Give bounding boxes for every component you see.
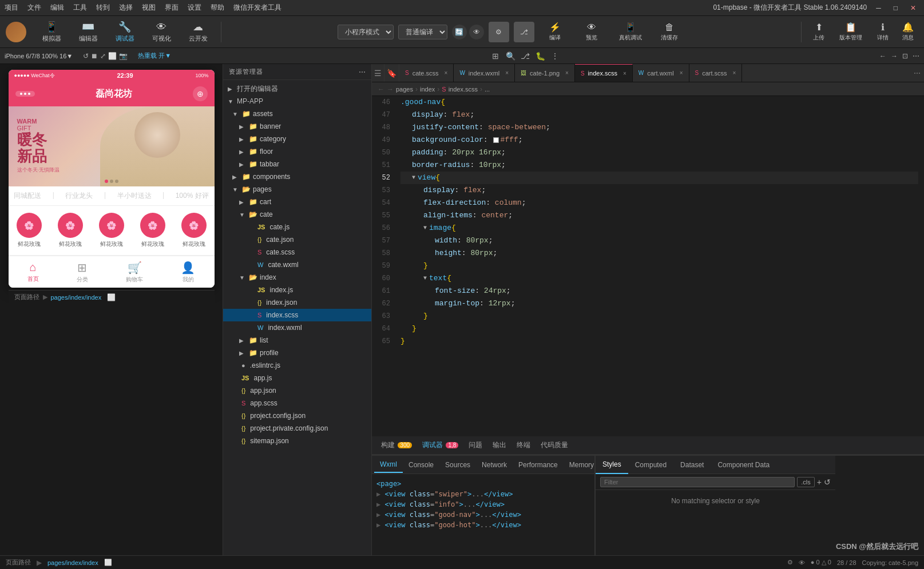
folder-floor[interactable]: ▶ 📁 floor [223, 145, 371, 158]
visualize-btn[interactable]: 👁 可视化 [145, 18, 177, 46]
dt-performance[interactable]: Performance [513, 457, 564, 473]
file-appjson[interactable]: {} app.json [223, 384, 371, 397]
file-index-scss[interactable]: S index.scss [223, 309, 371, 321]
folder-assets[interactable]: ▼ 📁 assets [223, 108, 371, 120]
status-settings-icon[interactable]: ⚙ [787, 559, 793, 566]
bottom-nav-category[interactable]: ⊞ 分类 [77, 261, 88, 284]
screen-btn[interactable]: 📷 [119, 52, 128, 60]
close-btn[interactable]: ✕ [907, 4, 919, 12]
breadcrumb-nav-fwd[interactable]: → [387, 85, 394, 93]
tab-cart-wxml[interactable]: W cart.wxml × [633, 64, 689, 82]
nav-item-0[interactable]: 🌸 鲜花玫瑰 [17, 213, 42, 248]
debug-tab-codequality[interactable]: 代码质量 [536, 439, 573, 451]
folder-category[interactable]: ▶ 📁 category [223, 133, 371, 145]
menu-item-wechat[interactable]: 微信开发者工具 [233, 3, 281, 13]
file-index-json[interactable]: {} index.json [223, 296, 371, 309]
bottom-nav-cart[interactable]: 🛒 购物车 [126, 261, 143, 284]
status-eye-icon[interactable]: 👁 [799, 559, 805, 566]
detail-btn[interactable]: ℹ 详情 [873, 22, 893, 42]
debug-small-icon[interactable]: 🐛 [534, 51, 546, 61]
nav-item-3[interactable]: 🌸 鲜花玫瑰 [140, 213, 165, 248]
preview-btn[interactable]: 👁 预览 [576, 22, 608, 42]
upload-btn[interactable]: ⬆ 上传 [808, 22, 829, 42]
refresh-sim-btn[interactable]: ↺ [83, 52, 89, 60]
debug-tab-build[interactable]: 构建 300 [376, 439, 417, 451]
styles-filter-input[interactable] [600, 477, 795, 487]
tab-index-wxml[interactable]: W index.wxml × [454, 64, 515, 82]
dt-wxml[interactable]: Wxml [374, 457, 403, 473]
location-icon[interactable]: ⊞ [490, 51, 501, 61]
realtest-btn[interactable]: 📱 真机调试 [612, 22, 649, 42]
tab-close-icon[interactable]: × [445, 70, 448, 76]
folder-cart[interactable]: ▶ 📁 cart [223, 196, 371, 208]
dt-console[interactable]: Console [403, 457, 439, 473]
menu-item-project[interactable]: 项目 [5, 3, 18, 13]
debug-tab-question[interactable]: 问题 [464, 439, 487, 451]
sidebar-toggle-btn[interactable]: ☰ [372, 64, 384, 82]
file-sitemap[interactable]: {} sitemap.json [223, 435, 371, 447]
section-mp-app[interactable]: ▼ MP-APP [223, 95, 371, 108]
tab-close-icon[interactable]: × [565, 70, 569, 76]
debug-tab-terminal[interactable]: 终端 [512, 439, 535, 451]
dt-sources[interactable]: Sources [439, 457, 476, 473]
styles-tab-dataset[interactable]: Dataset [673, 456, 711, 474]
nav-item-4[interactable]: 🌸 鲜花玫瑰 [181, 213, 207, 248]
folder-pages[interactable]: ▼ 📂 pages [223, 183, 371, 196]
preview-toggle-btn[interactable]: 👁 [469, 25, 484, 39]
nav-right-icon[interactable]: → [891, 52, 898, 60]
menu-item-tools[interactable]: 工具 [73, 3, 87, 13]
cleancache-btn[interactable]: 🗑 清缓存 [653, 22, 685, 42]
version-btn[interactable]: 📋 版本管理 [834, 22, 868, 42]
file-appjs[interactable]: JS app.js [223, 372, 371, 384]
styles-tab-computed[interactable]: Computed [628, 456, 673, 474]
branch-btn[interactable]: ⎇ [514, 22, 534, 42]
minimize-btn[interactable]: ─ [873, 4, 885, 12]
file-project-private[interactable]: {} project.private.config.json [223, 422, 371, 435]
add-style-icon[interactable]: + [817, 478, 822, 487]
expand-btn[interactable]: ⬜ [108, 52, 117, 60]
tab-index-scss[interactable]: S index.scss × [575, 64, 633, 82]
settings-gear-btn[interactable]: ⚙ [489, 22, 509, 42]
file-panel-more-icon[interactable]: ⋯ [359, 68, 366, 76]
breadcrumb-nav-back[interactable]: ← [378, 85, 384, 93]
nav-item-1[interactable]: 🌸 鲜花玫瑰 [58, 213, 83, 248]
styles-tab-component-data[interactable]: Component Data [711, 456, 776, 474]
bottom-nav-profile[interactable]: 👤 我的 [181, 261, 195, 284]
source-control-icon[interactable]: ⎇ [519, 51, 531, 61]
folder-index[interactable]: ▼ 📂 index [223, 271, 371, 284]
phone-share-btn[interactable]: ⊕ [193, 86, 208, 101]
breadcrumb-pages[interactable]: pages [396, 86, 413, 93]
message-btn[interactable]: 🔔 消息 [898, 22, 918, 42]
folder-components[interactable]: ▶ 📁 components [223, 170, 371, 183]
stop-btn[interactable]: ⏹ [91, 52, 98, 60]
folder-tabbar[interactable]: ▶ 📁 tabbar [223, 158, 371, 170]
file-cate-js[interactable]: JS cate.js [223, 221, 371, 233]
expand-path-icon[interactable]: ⬜ [107, 293, 116, 301]
compile-btn[interactable]: ⚡ 编译 [539, 22, 571, 42]
tab-close-icon[interactable]: × [505, 70, 509, 76]
folder-cate[interactable]: ▼ 📂 cate [223, 208, 371, 221]
settings-small-icon[interactable]: ⋮ [549, 51, 561, 61]
tab-close-icon[interactable]: × [733, 70, 736, 76]
dt-network[interactable]: Network [476, 457, 513, 473]
debug-tab-debugger[interactable]: 调试器 1,8 [418, 439, 463, 451]
simulator-btn[interactable]: 📱 模拟器 [35, 18, 68, 46]
dt-memory[interactable]: Memory [564, 457, 594, 473]
file-index-js[interactable]: JS index.js [223, 284, 371, 296]
styles-tab-styles[interactable]: Styles [596, 456, 628, 474]
file-eslint[interactable]: ● .eslintrc.js [223, 359, 371, 372]
folder-banner[interactable]: ▶ 📁 banner [223, 120, 371, 133]
menu-item-select[interactable]: 选择 [119, 3, 133, 13]
compile-select[interactable]: 普通编译 [398, 25, 447, 39]
breadcrumb-index[interactable]: index [420, 86, 435, 93]
find-icon[interactable]: 🔍 [505, 51, 516, 61]
file-project-config[interactable]: {} project.config.json [223, 409, 371, 422]
debugger-btn[interactable]: 🔧 调试器 [109, 18, 141, 46]
file-cate-wxml[interactable]: W cate.wxml [223, 258, 371, 271]
tab-close-icon[interactable]: × [623, 70, 626, 77]
menu-item-goto[interactable]: 转到 [96, 3, 110, 13]
more-icon[interactable]: ⋯ [913, 52, 919, 60]
tabs-more-icon[interactable]: ⋯ [914, 69, 921, 77]
inspector-icon[interactable]: ⊡ [902, 52, 908, 60]
folder-profile[interactable]: ▶ 📁 profile [223, 347, 371, 359]
